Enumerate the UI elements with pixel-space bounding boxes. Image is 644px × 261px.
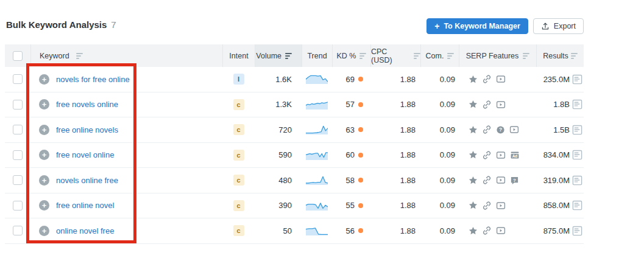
video-icon[interactable] bbox=[496, 150, 506, 160]
serp-snapshot-icon[interactable] bbox=[572, 74, 582, 85]
video-icon[interactable] bbox=[509, 125, 519, 134]
intent-badge[interactable]: I bbox=[233, 74, 244, 85]
intent-badge[interactable]: C bbox=[233, 200, 244, 211]
header-intent: Intent bbox=[222, 44, 255, 67]
header-cpc[interactable]: CPC (USD) bbox=[370, 44, 420, 67]
sort-icon[interactable] bbox=[414, 53, 420, 59]
sort-icon[interactable] bbox=[359, 53, 366, 59]
expand-plus-icon[interactable]: + bbox=[39, 99, 49, 110]
table-row: + free novels online C 1.3K 57 1.88 0.09… bbox=[5, 92, 584, 118]
sort-icon[interactable] bbox=[76, 53, 83, 59]
video-icon[interactable] bbox=[496, 201, 506, 211]
serp-snapshot-icon[interactable] bbox=[572, 200, 582, 211]
table-row: + online novel free C 50 56 1.88 0.09 87… bbox=[5, 218, 584, 244]
serp-snapshot-icon[interactable] bbox=[572, 150, 582, 160]
row-checkbox[interactable] bbox=[13, 100, 23, 110]
results-value: 1.5B bbox=[553, 125, 570, 134]
expand-plus-icon[interactable]: + bbox=[39, 200, 49, 211]
expand-plus-icon[interactable]: + bbox=[39, 226, 49, 236]
video-icon[interactable] bbox=[496, 100, 506, 110]
com-value: 0.09 bbox=[420, 67, 459, 92]
trend-sparkline bbox=[306, 224, 328, 237]
link-icon[interactable] bbox=[482, 150, 492, 160]
intent-badge[interactable]: C bbox=[233, 175, 244, 186]
page-title-bar: Bulk Keyword Analysis 7 bbox=[6, 19, 116, 30]
cpc-value: 1.88 bbox=[370, 193, 420, 218]
intent-badge[interactable]: C bbox=[233, 99, 244, 110]
star-icon[interactable] bbox=[469, 201, 478, 210]
expand-plus-icon[interactable]: + bbox=[39, 74, 49, 85]
question-icon[interactable]: ? bbox=[496, 125, 505, 134]
header-com[interactable]: Com. bbox=[420, 44, 459, 67]
header-kd[interactable]: KD % bbox=[332, 44, 370, 67]
row-checkbox[interactable] bbox=[13, 150, 23, 160]
row-checkbox[interactable] bbox=[13, 226, 23, 235]
kd-difficulty-dot bbox=[358, 228, 363, 233]
row-checkbox[interactable] bbox=[13, 125, 23, 134]
com-value: 0.09 bbox=[420, 193, 459, 218]
link-icon[interactable] bbox=[482, 201, 492, 211]
sort-icon-active[interactable] bbox=[285, 53, 292, 59]
keyword-link[interactable]: online novel free bbox=[56, 226, 114, 235]
ad-icon[interactable]: Ad bbox=[510, 150, 520, 160]
select-all-checkbox[interactable] bbox=[13, 51, 23, 61]
serp-snapshot-icon[interactable] bbox=[572, 175, 582, 186]
intent-badge[interactable]: C bbox=[233, 150, 244, 161]
keyword-link[interactable]: free online novels bbox=[56, 125, 118, 134]
video-icon[interactable] bbox=[496, 74, 506, 84]
faq-icon[interactable]: ? bbox=[510, 176, 519, 185]
link-icon[interactable] bbox=[482, 100, 492, 110]
intent-badge[interactable]: C bbox=[233, 124, 244, 135]
intent-badge[interactable]: C bbox=[233, 225, 244, 236]
serp-snapshot-icon[interactable] bbox=[572, 125, 582, 135]
serp-features-cell bbox=[459, 193, 536, 218]
export-button[interactable]: Export bbox=[533, 18, 584, 34]
results-value: 875.0M bbox=[543, 226, 570, 235]
bulk-keyword-analysis-page: Bulk Keyword Analysis 7 + To Keyword Man… bbox=[0, 0, 644, 261]
header-results[interactable]: Results bbox=[536, 44, 584, 67]
serp-snapshot-icon[interactable] bbox=[572, 226, 582, 236]
keyword-link[interactable]: free novels online bbox=[56, 100, 118, 109]
star-icon[interactable] bbox=[469, 100, 478, 109]
keyword-link[interactable]: free novel online bbox=[56, 150, 114, 159]
kd-difficulty-dot bbox=[358, 77, 363, 82]
header-keyword[interactable]: Keyword bbox=[30, 44, 222, 67]
link-icon[interactable] bbox=[482, 125, 492, 134]
star-icon[interactable] bbox=[469, 226, 478, 235]
link-icon[interactable] bbox=[482, 175, 492, 185]
serp-features-cell: Ad bbox=[459, 143, 536, 168]
video-icon[interactable] bbox=[496, 226, 506, 235]
star-icon[interactable] bbox=[469, 125, 478, 134]
video-icon[interactable] bbox=[496, 175, 506, 185]
kd-difficulty-dot bbox=[358, 102, 363, 107]
volume-value: 1.3K bbox=[255, 92, 302, 117]
keyword-link[interactable]: novels for free online bbox=[56, 75, 130, 84]
to-keyword-manager-button[interactable]: + To Keyword Manager bbox=[426, 18, 528, 34]
row-checkbox[interactable] bbox=[13, 201, 23, 211]
serp-snapshot-icon[interactable] bbox=[572, 99, 582, 110]
expand-plus-icon[interactable]: + bbox=[39, 175, 49, 186]
header-serp-features[interactable]: SERP Features bbox=[459, 44, 536, 67]
keyword-link[interactable]: novels online free bbox=[56, 176, 118, 185]
star-icon[interactable] bbox=[469, 75, 478, 84]
star-icon[interactable] bbox=[469, 176, 478, 185]
sort-icon[interactable] bbox=[447, 53, 454, 59]
link-icon[interactable] bbox=[482, 74, 492, 84]
row-checkbox[interactable] bbox=[13, 175, 23, 185]
volume-value: 50 bbox=[255, 218, 302, 243]
expand-plus-icon[interactable]: + bbox=[39, 125, 49, 135]
plus-icon: + bbox=[434, 22, 439, 30]
link-icon[interactable] bbox=[482, 226, 492, 235]
results-value: 319.0M bbox=[543, 176, 570, 185]
header-volume[interactable]: Volume bbox=[255, 44, 302, 67]
kd-value: 57 bbox=[346, 100, 355, 109]
keyword-link[interactable]: free online novel bbox=[56, 201, 114, 210]
row-checkbox[interactable] bbox=[13, 74, 23, 84]
kd-value: 58 bbox=[346, 176, 355, 185]
star-icon[interactable] bbox=[469, 150, 478, 159]
expand-plus-icon[interactable]: + bbox=[39, 150, 49, 160]
results-value: 858.0M bbox=[543, 201, 570, 210]
sort-icon[interactable] bbox=[523, 53, 529, 59]
sort-icon[interactable] bbox=[571, 53, 578, 59]
table-row: + free novel online C 590 60 1.88 0.09 A… bbox=[5, 143, 584, 169]
